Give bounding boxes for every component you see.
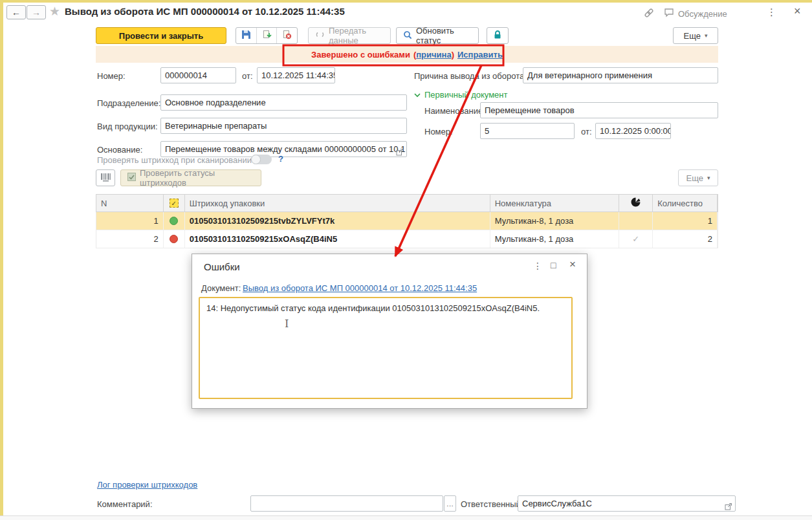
chevron-down-icon: ▾	[705, 32, 708, 39]
search-magnifier-icon	[403, 30, 412, 41]
more-button-table[interactable]: Еще▾	[678, 169, 718, 186]
text-cursor-ibeam: I	[285, 318, 289, 330]
chevron-down-green-icon	[414, 90, 421, 100]
basis-label: Основание:	[97, 145, 142, 155]
cell-mark[interactable]: ✓	[619, 230, 653, 248]
status-red-dot-icon	[170, 235, 178, 243]
comment-label: Комментарий:	[97, 499, 153, 510]
header-n[interactable]: N	[96, 195, 164, 211]
withdrawal-reason-label: Причина вывода из оборота:	[414, 71, 527, 81]
cell-nomenclature[interactable]: Мультикан-8, 1 доза	[490, 212, 620, 230]
number-label: Номер:	[97, 71, 126, 81]
back-button[interactable]: ←	[6, 5, 26, 19]
table-row[interactable]: 2 0105031013102509215xOAsqZ(B4iN5 Мульти…	[96, 230, 718, 248]
transfer-refresh-icon	[315, 30, 325, 41]
reason-link[interactable]: причина	[416, 50, 451, 60]
check-square-icon	[127, 173, 136, 183]
responsible-label: Ответственный:	[461, 499, 523, 510]
toggle-knob	[251, 155, 261, 164]
product-type-input[interactable]: Ветеринарные препараты	[160, 118, 407, 134]
doc-date-input[interactable]: 10.12.2025 0:00:00	[595, 123, 671, 139]
table-row[interactable]: 1 0105031013102509215tvbZYLVFYt7k Мульти…	[96, 212, 718, 230]
refresh-status-button[interactable]: Обновить статус	[396, 27, 479, 44]
favorite-star-icon[interactable]: ★	[49, 4, 60, 19]
document-link[interactable]: Вывод из оборота ИС МП 000000014 от 10.1…	[243, 283, 477, 293]
page-title: Вывод из оборота ИС МП 000000014 от 10.1…	[65, 6, 345, 17]
cell-n[interactable]: 2	[96, 230, 164, 248]
header-barcode[interactable]: Штрихкод упаковки	[185, 195, 490, 211]
cell-status[interactable]	[164, 212, 185, 230]
barcode-icon	[100, 173, 111, 184]
datetime-input[interactable]: 10.12.2025 11:44:35	[257, 67, 335, 83]
header-quantity[interactable]: Количество	[653, 195, 718, 211]
doc-from-label: от:	[581, 127, 592, 137]
discussion-bubble-icon	[664, 8, 674, 19]
doc-name-input[interactable]: Перемещение товаров	[480, 102, 718, 118]
forward-button[interactable]: →	[27, 5, 46, 19]
doc-number-label: Номер:	[424, 127, 453, 137]
comment-ellipsis-button[interactable]: ...	[444, 495, 456, 512]
post-and-close-button[interactable]: Провести и закрыть	[96, 27, 226, 44]
cell-quantity[interactable]: 2	[653, 230, 718, 248]
scan-check-toggle[interactable]	[251, 155, 272, 164]
cell-barcode[interactable]: 0105031013102509215tvbZYLVFYt7k	[185, 212, 490, 230]
get-link-icon[interactable]	[644, 8, 655, 20]
header-nomenclature[interactable]: Номенклатура	[490, 195, 620, 211]
header-status[interactable]: ✓	[164, 195, 185, 211]
primary-document-group-toggle[interactable]: Первичный документ	[414, 90, 507, 100]
help-question-icon[interactable]: ?	[278, 154, 283, 164]
department-input[interactable]: Основное подразделение	[160, 94, 407, 111]
fix-link[interactable]: Исправить	[457, 50, 503, 60]
document-label: Документ:	[201, 283, 241, 293]
more-button-top[interactable]: Еще▾	[673, 27, 718, 44]
from-label: от:	[242, 71, 253, 81]
cell-n[interactable]: 1	[96, 212, 164, 230]
product-type-label: Вид продукции:	[97, 122, 158, 132]
transfer-data-button[interactable]: Передать данные	[308, 27, 391, 44]
window-menu-kebab-icon[interactable]: ⋮	[767, 6, 776, 18]
cancel-posting-button[interactable]	[276, 28, 296, 43]
error-text-area[interactable]: 14: Недопустимый статус кода идентификац…	[199, 297, 573, 399]
table-header-row: N ✓ Штрихкод упаковки Номенклатура Колич…	[96, 194, 718, 212]
doc-name-label: Наименование:	[424, 106, 485, 116]
header-mark[interactable]	[619, 195, 653, 211]
dialog-close-icon[interactable]: ×	[569, 258, 576, 271]
barcode-table: N ✓ Штрихкод упаковки Номенклатура Колич…	[96, 194, 718, 248]
lock-button[interactable]	[487, 27, 509, 44]
cell-nomenclature[interactable]: Мультикан-8, 1 доза	[490, 230, 620, 248]
save-icon-group	[236, 27, 298, 44]
errors-dialog: Ошибки ⋮ □ × Документ: Вывод из оборота …	[192, 254, 587, 409]
save-button[interactable]	[236, 28, 256, 43]
dialog-maximize-icon[interactable]: □	[551, 260, 556, 270]
withdrawal-reason-input[interactable]: Для ветеринарного применения	[523, 67, 718, 83]
forward-arrow-icon: →	[32, 7, 41, 17]
status-text: Завершено с ошибками	[311, 50, 410, 60]
lock-icon	[493, 30, 502, 41]
open-responsible-icon[interactable]	[725, 500, 733, 508]
scan-barcode-button[interactable]	[96, 169, 115, 186]
discussion-button[interactable]: Обсуждение	[664, 8, 727, 19]
check-barcode-statuses-button[interactable]: Проверить статусы штрихкодов	[120, 169, 261, 186]
status-green-dot-icon	[170, 217, 178, 225]
chevron-down-icon: ▾	[707, 175, 710, 181]
chestny-znak-icon	[631, 197, 641, 209]
status-reason: (причина)	[413, 50, 454, 60]
open-basis-icon[interactable]	[396, 146, 404, 154]
cell-quantity[interactable]: 1	[653, 212, 718, 230]
back-arrow-icon: ←	[12, 7, 21, 17]
responsible-input[interactable]: СервисСлужба1С	[518, 495, 736, 512]
barcode-log-link[interactable]: Лог проверки штрихкодов	[97, 480, 197, 490]
cancel-posting-icon	[282, 30, 292, 41]
comment-input[interactable]	[250, 495, 443, 512]
window-close-icon[interactable]: ×	[794, 5, 801, 18]
cell-status[interactable]	[164, 230, 185, 248]
dialog-kebab-icon[interactable]: ⋮	[533, 261, 542, 271]
cell-barcode[interactable]: 0105031013102509215xOAsqZ(B4iN5	[185, 230, 490, 248]
cell-mark[interactable]	[619, 212, 653, 230]
save-icon	[241, 30, 251, 41]
window-frame-top	[0, 0, 812, 3]
discussion-label: Обсуждение	[678, 9, 727, 19]
number-input[interactable]: 000000014	[160, 67, 236, 83]
doc-number-input[interactable]: 5	[480, 123, 575, 139]
post-document-button[interactable]	[256, 28, 276, 43]
